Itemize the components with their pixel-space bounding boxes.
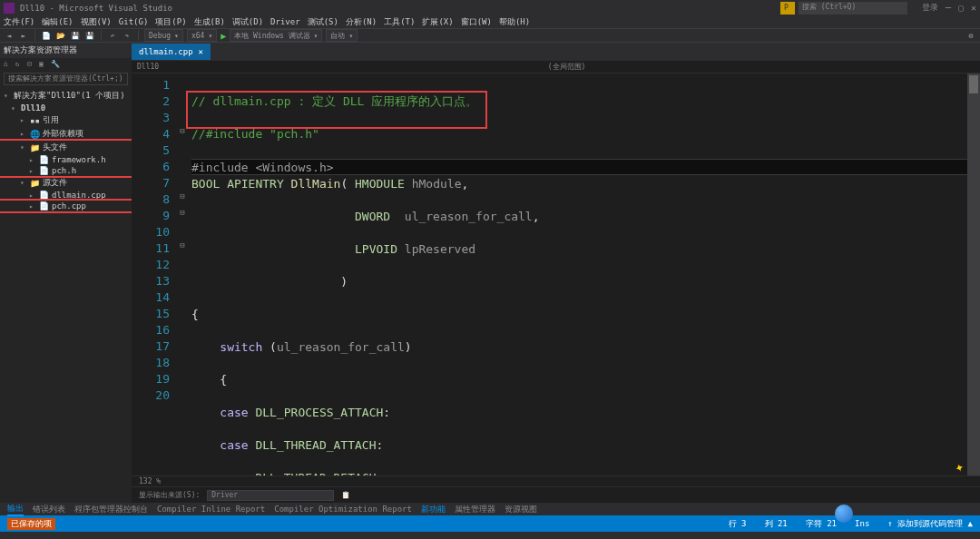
menu-extensions[interactable]: 扩展(X): [422, 16, 453, 28]
solution-toolbar: ⌂ ↻ ⊟ ▣ 🔧: [0, 58, 132, 71]
assist-bubble-icon[interactable]: [835, 505, 853, 523]
status-col: 列 21: [765, 518, 788, 530]
signin-link[interactable]: 登录: [922, 2, 938, 14]
platform-combo[interactable]: x64▾: [187, 29, 217, 42]
editor-footer: 132 %: [132, 475, 980, 486]
save-icon[interactable]: 💾: [70, 30, 81, 41]
vs-logo-icon: [4, 3, 15, 14]
breadcrumbs: Dll10 (全局范围): [132, 61, 980, 74]
statusbar: 已保存的项 行 3 列 21 字符 21 Ins ↑ 添加到源代码管理 ▲: [0, 515, 980, 532]
redo-icon[interactable]: ↷: [122, 30, 132, 41]
tab-close-icon[interactable]: ✕: [199, 47, 203, 56]
code-content[interactable]: // dllmain.cpp : 定义 DLL 应用程序的入口点。 //#inc…: [188, 74, 980, 475]
menu-driver[interactable]: Driver: [270, 17, 300, 26]
solution-tree: ▾解决方案"Dll10"(1 个项目) ▾Dll10 ▸▪▪引用 ▸🌐外部依赖项…: [0, 87, 132, 213]
menu-build[interactable]: 生成(B): [194, 16, 225, 28]
home-icon[interactable]: ⌂: [4, 60, 13, 69]
play-icon[interactable]: ▶: [220, 31, 226, 41]
menu-analyze[interactable]: 分析(N): [346, 16, 377, 28]
solution-explorer-panel: 解决方案资源管理器 ⌂ ↻ ⊟ ▣ 🔧 搜索解决方案资源管理器(Ctrl+;) …: [0, 43, 132, 503]
tab-output[interactable]: 输出: [7, 503, 24, 516]
zoom-level[interactable]: 132 %: [139, 477, 161, 485]
maximize-icon[interactable]: ▢: [958, 3, 964, 13]
tab-whatsnew[interactable]: 新功能: [421, 504, 446, 515]
titlebar: Dll10 - Microsoft Visual Studio P 搜索 (Ct…: [0, 0, 980, 15]
search-input[interactable]: 搜索 (Ctrl+Q): [799, 2, 907, 15]
run-combo[interactable]: 本地 Windows 调试器▾: [230, 29, 322, 42]
bottom-tabs: 输出 错误列表 程序包管理器控制台 Compiler Inline Report…: [0, 503, 980, 515]
code-editor[interactable]: 12345 678910 1112131415 1617181920 ⊟ ⊟⊟ …: [132, 74, 980, 475]
status-ins: Ins: [855, 519, 869, 528]
menu-file[interactable]: 文件(F): [4, 16, 34, 28]
tab-pkgmgr[interactable]: 程序包管理器控制台: [74, 504, 148, 515]
header-framework[interactable]: ▸📄framework.h: [0, 154, 132, 165]
collapse-icon[interactable]: ⊟: [27, 60, 36, 69]
search-badge[interactable]: P: [780, 2, 795, 15]
menu-tools[interactable]: 工具(T): [384, 16, 415, 28]
tool-icon[interactable]: ⚙: [965, 30, 976, 41]
solution-search[interactable]: 搜索解决方案资源管理器(Ctrl+;): [4, 73, 128, 85]
menu-edit[interactable]: 编辑(E): [42, 16, 73, 28]
sync-icon[interactable]: ↻: [15, 60, 24, 69]
tab-errorlist[interactable]: 错误列表: [33, 504, 65, 515]
config-combo[interactable]: Debug▾: [144, 29, 183, 42]
saveall-icon[interactable]: 💾: [84, 30, 95, 41]
vertical-scrollbar[interactable]: [967, 74, 980, 475]
line-gutter: 12345 678910 1112131415 1617181920: [132, 74, 177, 475]
project-node[interactable]: ▾Dll10: [0, 103, 132, 113]
source-pch[interactable]: ▸📄pch.cpp: [0, 201, 132, 211]
headers-folder[interactable]: ▾📁头文件: [0, 141, 132, 154]
crumb-scope[interactable]: (全局范围): [159, 62, 975, 72]
toolbar: ◄ ► 📄 📂 💾 💾 ↶ ↷ Debug▾ x64▾ ▶ 本地 Windows…: [0, 28, 980, 43]
crumb-project[interactable]: Dll10: [137, 63, 159, 71]
tab-opt[interactable]: Compiler Optimization Report: [274, 505, 412, 514]
solution-title: 解决方案资源管理器: [0, 43, 132, 58]
external-deps-node[interactable]: ▸🌐外部依赖项: [0, 127, 132, 141]
status-char: 字符 21: [806, 518, 837, 530]
menu-git[interactable]: Git(G): [119, 17, 149, 26]
source-dllmain[interactable]: ▸📄dllmain.cpp: [0, 190, 132, 201]
status-sourcecontrol[interactable]: ↑ 添加到源代码管理 ▲: [887, 518, 973, 530]
close-icon[interactable]: ✕: [971, 3, 976, 13]
properties-icon[interactable]: 🔧: [51, 60, 60, 69]
tab-dllmain[interactable]: dllmain.cpp✕: [132, 44, 211, 60]
menu-debug[interactable]: 调试(D): [232, 16, 263, 28]
showall-icon[interactable]: ▣: [39, 60, 48, 69]
editor-tabs: dllmain.cpp✕: [132, 43, 980, 61]
menubar: 文件(F) 编辑(E) 视图(V) Git(G) 项目(P) 生成(B) 调试(…: [0, 15, 980, 28]
window-title: Dll10 - Microsoft Visual Studio: [20, 4, 172, 13]
open-icon[interactable]: 📂: [55, 30, 66, 41]
header-pch[interactable]: ▸📄pch.h: [0, 165, 132, 176]
undo-icon[interactable]: ↶: [107, 30, 118, 41]
menu-project[interactable]: 项目(P): [155, 16, 186, 28]
mode-combo[interactable]: 自动▾: [326, 29, 358, 42]
solution-root[interactable]: ▾解决方案"Dll10"(1 个项目): [0, 89, 132, 103]
sources-folder[interactable]: ▾📁源文件: [0, 176, 132, 190]
output-label: 显示输出来源(S):: [139, 490, 200, 500]
menu-window[interactable]: 窗口(W): [461, 16, 492, 28]
tab-resview[interactable]: 资源视图: [505, 504, 537, 515]
tab-propmgr[interactable]: 属性管理器: [455, 504, 495, 515]
output-icon[interactable]: 📋: [341, 491, 350, 499]
fold-gutter: ⊟ ⊟⊟ ⊟: [177, 74, 188, 475]
tab-inline[interactable]: Compiler Inline Report: [157, 505, 265, 514]
minimize-icon[interactable]: ─: [946, 3, 951, 13]
status-line: 行 3: [729, 518, 747, 530]
new-icon[interactable]: 📄: [41, 30, 52, 41]
forward-icon[interactable]: ►: [18, 30, 29, 41]
output-panel: 显示输出来源(S): Driver 📋: [132, 486, 980, 503]
output-source-combo[interactable]: Driver: [207, 490, 334, 501]
menu-test[interactable]: 测试(S): [308, 16, 338, 28]
menu-view[interactable]: 视图(V): [81, 16, 112, 28]
status-ready: 已保存的项: [7, 518, 55, 530]
references-node[interactable]: ▸▪▪引用: [0, 113, 132, 127]
back-icon[interactable]: ◄: [4, 30, 15, 41]
menu-help[interactable]: 帮助(H): [499, 16, 530, 28]
